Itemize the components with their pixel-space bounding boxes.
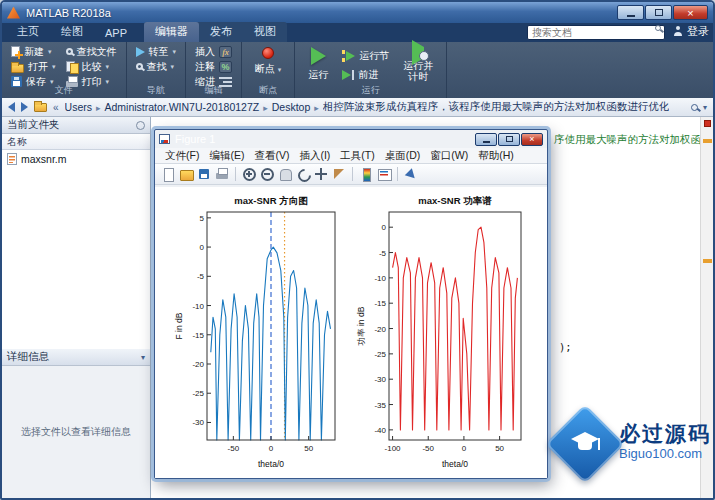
breadcrumb-desktop[interactable]: Desktop xyxy=(272,101,323,113)
breadcrumb-collapse-icon[interactable]: « xyxy=(53,102,59,113)
breadcrumb-users[interactable]: Users xyxy=(65,101,105,113)
dock-figure-icon[interactable] xyxy=(403,166,419,182)
doc-search-input[interactable] xyxy=(527,25,665,40)
breakpoints-button[interactable]: 断点 ▾ xyxy=(251,45,285,86)
tab-apps[interactable]: APP xyxy=(94,25,138,42)
watermark-logo xyxy=(545,404,624,483)
svg-text:功率 in dB: 功率 in dB xyxy=(356,306,366,346)
address-dropdown-icon[interactable]: ▾ xyxy=(703,103,707,112)
details-title: 详细信息 xyxy=(7,350,49,364)
open-button[interactable]: 打开▾ xyxy=(11,60,56,73)
svg-text:-25: -25 xyxy=(192,389,204,398)
figure-maximize-button[interactable] xyxy=(498,133,520,146)
back-icon[interactable] xyxy=(8,102,15,112)
breadcrumb-administrator[interactable]: Administrator.WIN7U-20180127Z xyxy=(105,101,272,113)
svg-text:-30: -30 xyxy=(374,375,386,384)
figure-close-button[interactable]: × xyxy=(521,133,543,146)
close-button[interactable]: × xyxy=(673,5,708,20)
advance-button[interactable]: 前进 xyxy=(342,69,389,82)
menu-tools[interactable]: 工具(T) xyxy=(335,149,379,163)
run-section-button[interactable]: 运行节 xyxy=(342,50,389,63)
sign-in-button[interactable]: 登录 xyxy=(673,24,709,39)
svg-text:-20: -20 xyxy=(374,325,386,334)
print-figure-icon[interactable] xyxy=(214,166,230,182)
panel-menu-icon[interactable] xyxy=(136,121,145,130)
details-body: 选择文件以查看详细信息 xyxy=(2,366,150,498)
figure-titlebar[interactable]: Figure 1 × xyxy=(155,130,547,148)
menu-desktop[interactable]: 桌面(D) xyxy=(380,149,426,163)
warning-indicator[interactable] xyxy=(703,259,712,263)
advance-icon xyxy=(342,70,354,80)
tab-view[interactable]: 视图 xyxy=(243,22,287,42)
folder-search-icon[interactable] xyxy=(691,104,698,111)
sign-in-label: 登录 xyxy=(687,24,709,39)
insert-button[interactable]: 插入fx xyxy=(195,45,232,58)
open-file-icon[interactable] xyxy=(178,166,194,182)
svg-text:-50: -50 xyxy=(228,444,240,453)
breadcrumb-project-folder[interactable]: 相控阵波束形成仿真程序，该程序使用最大噪声的方法对加权函数进行优化 xyxy=(323,100,670,114)
run-and-time-icon xyxy=(412,47,424,58)
error-indicator[interactable] xyxy=(704,120,711,127)
figure-icon xyxy=(159,134,170,144)
save-figure-icon[interactable] xyxy=(196,166,212,182)
details-header[interactable]: 详细信息 ▾ xyxy=(2,349,150,366)
group-navigate: 转至▾ 查找▾ 导航 xyxy=(127,42,187,98)
brush-icon[interactable] xyxy=(331,166,347,182)
file-list[interactable]: maxsnr.m xyxy=(2,150,150,349)
breakpoint-icon xyxy=(262,47,274,59)
direction-pattern-plot: -5005050-5-10-15-20-25-30max-SNR 方向图thet… xyxy=(173,190,341,476)
current-folder-header: 当前文件夹 xyxy=(2,117,150,134)
open-folder-icon xyxy=(11,64,24,73)
run-section-icon xyxy=(342,50,355,62)
tab-home[interactable]: 主页 xyxy=(6,22,50,42)
comment-icon[interactable]: % xyxy=(219,61,232,73)
pan-icon[interactable] xyxy=(277,166,293,182)
rotate-3d-icon[interactable] xyxy=(295,166,311,182)
menu-window[interactable]: 窗口(W) xyxy=(425,149,473,163)
maximize-button[interactable] xyxy=(645,5,672,20)
svg-text:0: 0 xyxy=(462,444,467,453)
new-button[interactable]: 新建▾ xyxy=(11,45,56,58)
tab-publish[interactable]: 发布 xyxy=(199,22,243,42)
tab-editor[interactable]: 编辑器 xyxy=(144,22,199,42)
run-and-time-button[interactable]: 运行并计时 xyxy=(399,45,437,86)
zoom-out-icon[interactable] xyxy=(259,166,275,182)
insert-legend-icon[interactable] xyxy=(376,166,392,182)
new-figure-icon[interactable] xyxy=(160,166,176,182)
figure-minimize-button[interactable] xyxy=(475,133,497,146)
editor-code-fragment: ); xyxy=(559,341,572,353)
svg-text:-25: -25 xyxy=(374,350,386,359)
tab-plots[interactable]: 绘图 xyxy=(50,22,94,42)
search-icon xyxy=(655,25,661,31)
find-files-button[interactable]: 查找文件 xyxy=(66,45,117,58)
svg-text:-10: -10 xyxy=(374,274,386,283)
compare-button[interactable]: 比较▾ xyxy=(66,60,117,73)
current-folder-title: 当前文件夹 xyxy=(7,118,60,132)
details-collapse-icon[interactable]: ▾ xyxy=(141,353,145,362)
figure-toolbar xyxy=(155,164,547,185)
insert-function-icon[interactable]: fx xyxy=(219,46,232,58)
matlab-logo-icon xyxy=(7,7,20,19)
power-spectrum-chart: -100-500500-5-10-15-20-25-30-35-40max-SN… xyxy=(355,190,527,472)
goto-button[interactable]: 转至▾ xyxy=(136,45,177,58)
menu-file[interactable]: 文件(F) xyxy=(160,149,204,163)
file-row-maxsnr[interactable]: maxsnr.m xyxy=(2,150,150,167)
menu-view[interactable]: 查看(V) xyxy=(249,149,294,163)
comment-button[interactable]: 注释% xyxy=(195,60,232,73)
insert-colorbar-icon[interactable] xyxy=(358,166,374,182)
run-button[interactable]: 运行 xyxy=(304,45,332,86)
name-column-header[interactable]: 名称 xyxy=(2,134,150,150)
data-cursor-icon[interactable] xyxy=(313,166,329,182)
menu-help[interactable]: 帮助(H) xyxy=(473,149,519,163)
forward-icon[interactable] xyxy=(21,102,28,112)
figure-window[interactable]: Figure 1 × 文件(F) 编辑(E) 查看(V) 插入(I) 工具(T)… xyxy=(154,129,548,479)
warning-indicator[interactable] xyxy=(703,139,712,143)
zoom-in-icon[interactable] xyxy=(241,166,257,182)
minimize-button[interactable] xyxy=(617,5,644,20)
ribbon-tab-bar: 主页 绘图 APP 编辑器 发布 视图 登录 xyxy=(2,23,713,42)
find-button[interactable]: 查找▾ xyxy=(136,60,177,73)
menu-edit[interactable]: 编辑(E) xyxy=(204,149,249,163)
doc-search-box xyxy=(527,22,665,40)
up-one-level-icon[interactable] xyxy=(34,103,47,112)
menu-insert[interactable]: 插入(I) xyxy=(294,149,335,163)
